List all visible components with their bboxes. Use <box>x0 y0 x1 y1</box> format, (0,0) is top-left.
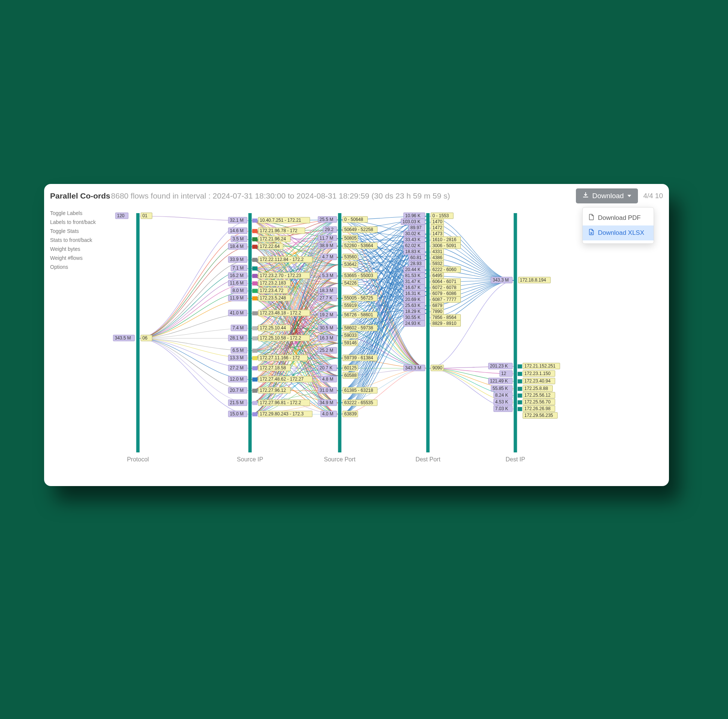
svg-text:50649 - 52258: 50649 - 52258 <box>344 227 373 232</box>
svg-text:343.3 M: 343.3 M <box>492 277 509 283</box>
svg-text:4.8 M: 4.8 M <box>322 377 333 382</box>
svg-text:6079 - 6086: 6079 - 6086 <box>432 291 456 296</box>
svg-text:20.44 K: 20.44 K <box>405 267 421 272</box>
page-subtitle: 8680 flows found in interval : 2024-07-3… <box>111 192 450 201</box>
parallel-coords-svg[interactable]: ProtocolSource IPSource PortDest PortDes… <box>50 206 663 481</box>
svg-text:18.29 K: 18.29 K <box>405 309 421 314</box>
svg-text:34.9 M: 34.9 M <box>320 400 333 405</box>
pdf-icon <box>589 214 594 222</box>
page-title: Parallel Co-ords <box>50 192 110 201</box>
svg-text:0 - 1553: 0 - 1553 <box>432 213 449 218</box>
chevron-down-icon <box>627 195 631 197</box>
svg-text:29.2: 29.2 <box>325 227 334 232</box>
svg-text:121.49 K: 121.49 K <box>490 379 508 383</box>
download-icon <box>583 192 589 200</box>
svg-text:343.5 M: 343.5 M <box>115 336 131 340</box>
svg-text:30.02 K: 30.02 K <box>405 231 421 236</box>
svg-text:59033: 59033 <box>344 333 357 338</box>
svg-text:27.7 K: 27.7 K <box>320 295 333 300</box>
svg-text:172.21.96.78 - 172: 172.21.96.78 - 172 <box>260 228 297 233</box>
svg-text:27.2 M: 27.2 M <box>230 365 244 371</box>
svg-text:55.85 K: 55.85 K <box>492 386 508 391</box>
parallel-coords-plot[interactable]: ProtocolSource IPSource PortDest PortDes… <box>50 206 663 481</box>
svg-text:7.4 M: 7.4 M <box>232 325 244 331</box>
svg-text:3.5 M: 3.5 M <box>232 236 244 242</box>
svg-text:60588: 60588 <box>344 373 357 378</box>
svg-text:172.27.18.58: 172.27.18.58 <box>260 365 286 371</box>
svg-text:4331: 4331 <box>432 249 442 254</box>
svg-text:4.7 M: 4.7 M <box>322 254 333 259</box>
svg-text:7.03 K: 7.03 K <box>495 406 508 411</box>
svg-text:6064 - 6071: 6064 - 6071 <box>432 279 456 284</box>
svg-text:6222 - 6060: 6222 - 6060 <box>432 267 456 272</box>
svg-text:4.0 M: 4.0 M <box>322 411 333 417</box>
svg-text:24.93 K: 24.93 K <box>405 321 421 326</box>
download-pdf-item[interactable]: Download PDF <box>583 210 654 225</box>
svg-text:30.5 M: 30.5 M <box>320 325 333 331</box>
svg-text:16.3 M: 16.3 M <box>320 336 333 340</box>
svg-text:1472: 1472 <box>432 225 442 230</box>
svg-text:10.40.7.251 - 172.21: 10.40.7.251 - 172.21 <box>260 218 301 223</box>
svg-text:6495: 6495 <box>432 273 442 278</box>
svg-text:30.55 K: 30.55 K <box>405 315 421 320</box>
svg-text:201.23 K: 201.23 K <box>490 363 508 369</box>
svg-text:172.25.10.44: 172.25.10.44 <box>260 325 286 331</box>
svg-text:50805: 50805 <box>344 236 357 241</box>
download-pdf-label: Download PDF <box>598 214 641 222</box>
svg-text:60.81: 60.81 <box>410 255 422 260</box>
svg-text:25.5 M: 25.5 M <box>320 217 333 222</box>
svg-text:6072 - 6078: 6072 - 6078 <box>432 285 456 290</box>
download-xlsx-item[interactable]: Download XLSX <box>583 225 654 241</box>
svg-text:1470: 1470 <box>432 219 442 224</box>
svg-text:5932: 5932 <box>432 261 442 266</box>
svg-text:172.22.112.84 - 172.2: 172.22.112.84 - 172.2 <box>260 257 304 262</box>
svg-text:172.27.96.12: 172.27.96.12 <box>260 388 286 393</box>
svg-text:172.25.56.12: 172.25.56.12 <box>524 392 551 398</box>
svg-text:12.0 M: 12.0 M <box>230 377 244 382</box>
svg-text:172.23.2.183: 172.23.2.183 <box>260 281 286 286</box>
axis-label: Source IP <box>237 456 263 463</box>
svg-text:31.0 M: 31.0 M <box>320 388 333 393</box>
download-button[interactable]: Download <box>576 189 638 203</box>
svg-text:62.02 K: 62.02 K <box>405 243 421 248</box>
svg-text:8.24 K: 8.24 K <box>495 392 508 398</box>
svg-text:56726 - 58601: 56726 - 58601 <box>344 312 373 317</box>
svg-text:3006 - 5091: 3006 - 5091 <box>432 243 456 248</box>
svg-text:13.3 M: 13.3 M <box>230 355 244 360</box>
svg-text:52260 - 53664: 52260 - 53664 <box>344 243 373 248</box>
svg-text:18.4 M: 18.4 M <box>230 244 244 249</box>
svg-text:172.25.8.88: 172.25.8.88 <box>524 386 548 391</box>
svg-text:172.23.40.94: 172.23.40.94 <box>524 379 551 383</box>
download-xlsx-label: Download XLSX <box>598 229 644 237</box>
svg-text:16.67 K: 16.67 K <box>405 285 421 290</box>
download-label: Download <box>592 192 624 200</box>
svg-text:11.6 M: 11.6 M <box>230 281 244 286</box>
svg-text:38.9 M: 38.9 M <box>320 243 333 248</box>
svg-text:4.53 K: 4.53 K <box>495 399 508 405</box>
svg-text:6.5 M: 6.5 M <box>232 348 244 353</box>
svg-text:103.03 K: 103.03 K <box>402 219 421 224</box>
svg-text:5.3 M: 5.3 M <box>322 273 333 278</box>
svg-text:8.0 M: 8.0 M <box>232 288 244 293</box>
svg-text:7856 - 8564: 7856 - 8564 <box>432 315 456 320</box>
pager: 4/4 10 <box>643 192 663 200</box>
svg-text:15.0 M: 15.0 M <box>230 411 244 417</box>
svg-text:06: 06 <box>142 336 148 340</box>
svg-text:172.21.152.251: 172.21.152.251 <box>524 363 556 369</box>
svg-text:8829 - 8910: 8829 - 8910 <box>432 321 456 326</box>
svg-text:0 - 50648: 0 - 50648 <box>344 217 363 222</box>
svg-text:18.83 K: 18.83 K <box>405 249 421 254</box>
svg-text:28.93: 28.93 <box>410 261 422 266</box>
svg-text:6879: 6879 <box>432 303 442 308</box>
svg-text:21.5 M: 21.5 M <box>230 400 244 405</box>
svg-text:53665 - 55003: 53665 - 55003 <box>344 273 373 278</box>
svg-text:172.23.2.70 - 172.23: 172.23.2.70 - 172.23 <box>260 273 301 278</box>
svg-text:172.18.8.194: 172.18.8.194 <box>520 277 546 283</box>
svg-text:63222 - 65535: 63222 - 65535 <box>344 400 373 405</box>
svg-text:20.7 M: 20.7 M <box>230 388 244 393</box>
svg-text:1473: 1473 <box>432 231 442 236</box>
svg-text:53642: 53642 <box>344 262 357 267</box>
svg-text:172.25.10.58 - 172.2: 172.25.10.58 - 172.2 <box>260 336 301 340</box>
svg-text:89.97: 89.97 <box>410 225 422 230</box>
svg-text:172.23.48.18 - 172.2: 172.23.48.18 - 172.2 <box>260 310 301 316</box>
